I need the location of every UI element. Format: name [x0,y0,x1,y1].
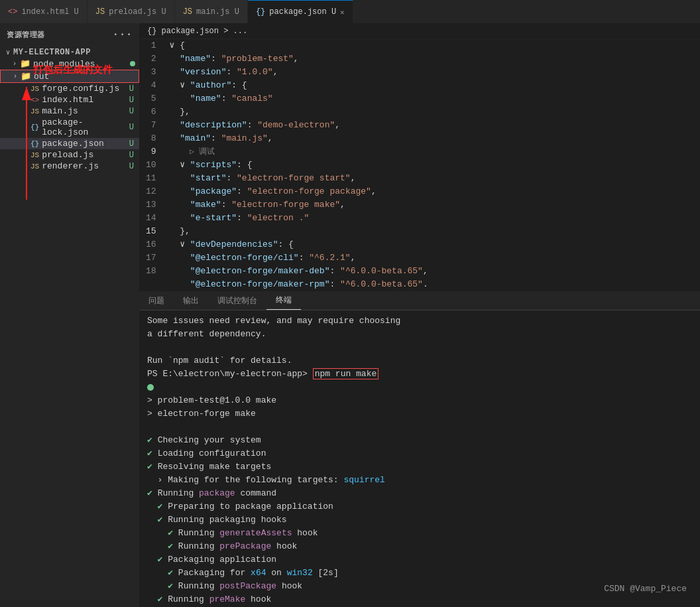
tab-label-preload-js: preload.js U [109,7,166,17]
panel-tab-debug[interactable]: 调试控制台 [208,291,266,310]
terminal-packaging-x64: ✔ Packaging for x64 on win32 [2s] [147,567,692,580]
terminal-running-package: ✔ Running package command [147,487,692,500]
tab-label-index-html: index.html U [21,7,78,17]
terminal-loading: ✔ Loading configuration [147,447,692,460]
terminal-line-1: Some issues need review, and may require… [147,314,692,328]
code-line-8: "main": "main.js", [167,132,700,145]
code-line-9: ∨ "scripts": { [167,159,700,172]
terminal-resolving: ✔ Resolving make targets [147,460,692,474]
code-line-14: }, [167,225,700,238]
tab-index-html[interactable]: <> index.html U [0,0,88,23]
terminal-preparing: ✔ Preparing to package application [147,500,692,513]
panel-area: 问题 输出 调试控制台 终端 Some issues need review, … [139,291,700,607]
terminal-content[interactable]: Some issues need review, and may require… [139,310,700,607]
tab-close-package-json[interactable]: ✕ [340,8,345,17]
terminal-line-npm-audit: Run `npm audit` for details. [147,354,692,368]
main-area: 资源管理器 ··· ∨ MY-ELECTRON-APP › 📁 node_mod… [0,23,700,607]
tab-icon-js-main: JS [183,7,192,17]
code-line-15: ∨ "devDependencies": { [167,238,700,251]
breadcrumb: {} package.json > ... [139,23,700,39]
terminal-checking: ✔ Checking your system [147,434,692,447]
csdn-watermark: CSDN @Vamp_Piece [604,584,687,594]
terminal-generate-assets: ✔ Running generateAssets hook [147,527,692,540]
terminal-line-dot [147,381,692,394]
panel-tab-output[interactable]: 输出 [174,291,208,310]
code-line-10: "start": "electron-forge start", [167,172,700,185]
code-line-6: }, [167,105,700,119]
terminal-line-problem-test: > problem-test@1.0.0 make [147,394,692,407]
code-line-1: ∨ { [167,39,700,52]
tab-bar: <> index.html U JS preload.js U JS main.… [0,0,700,23]
code-line-8b: ▷ 调试 [167,145,700,159]
terminal-line-prompt: PS E:\electron\my-electron-app> npm run … [147,368,692,381]
code-line-5: "name": "canals" [167,92,700,105]
code-line-13: "e-start": "electron ." [167,212,700,225]
tab-package-json[interactable]: {} package.json U ✕ [248,0,353,23]
code-line-2: "name": "problem-test", [167,52,700,66]
terminal-line-2: a different dependency. [147,328,692,341]
code-line-3: "version": "1.0.0", [167,66,700,79]
terminal-running-hooks: ✔ Running packaging hooks [147,513,692,527]
code-line-17: "@electron-forge/maker-deb": "^6.0.0-bet… [167,265,700,278]
annotation-text: 打包后生成的文件 [33,64,113,76]
terminal-line-blank1 [147,341,692,354]
code-content: ∨ { "name": "problem-test", "version": "… [167,39,700,291]
terminal-making-for: › Making for the following targets: squi… [147,474,692,487]
code-line-12: "make": "electron-forge make", [167,198,700,212]
tab-label-package-json: package.json U [269,7,336,17]
breadcrumb-text: {} package.json > ... [147,27,247,36]
tab-icon-js-preload: JS [95,7,105,17]
tab-icon-json: {} [256,7,265,17]
code-line-16: "@electron-forge/cli": "^6.2.1", [167,251,700,265]
terminal-blank2 [147,421,692,434]
annotation-arrow-svg [7,27,139,213]
code-editor[interactable]: 1 2 3 4 5 6 7 8 9 10 11 12 13 14 15 16 1… [139,39,700,291]
panel-tabs: 问题 输出 调试控制台 终端 [139,292,700,310]
code-line-18: "@electron-forge/maker-rpm": "^6.0.0-bet… [167,278,700,291]
npm-run-make-highlight: npm run make [313,368,379,379]
terminal-premake: ✔ Running preMake hook [147,593,692,606]
tab-icon-html: <> [8,7,17,17]
tab-main-js[interactable]: JS main.js U [175,0,248,23]
code-line-7: "description": "demo-electron", [167,119,700,132]
panel-tab-terminal[interactable]: 终端 [266,291,301,310]
code-line-4: ∨ "author": { [167,79,700,92]
sidebar: 资源管理器 ··· ∨ MY-ELECTRON-APP › 📁 node_mod… [0,23,139,607]
terminal-line-electron-forge: > electron-forge make [147,407,692,421]
terminal-packaging-app: ✔ Packaging application [147,553,692,567]
code-line-11: "package": "electron-forge package", [167,185,700,198]
panel-tab-problems[interactable]: 问题 [139,291,174,310]
terminal-prepackage: ✔ Running prePackage hook [147,540,692,553]
editor-area: {} package.json > ... 1 2 3 4 5 6 7 8 9 … [139,23,700,607]
tab-label-main-js: main.js U [196,7,239,17]
tab-preload-js[interactable]: JS preload.js U [88,0,175,23]
line-numbers: 1 2 3 4 5 6 7 8 9 10 11 12 13 14 15 16 1… [139,39,167,291]
